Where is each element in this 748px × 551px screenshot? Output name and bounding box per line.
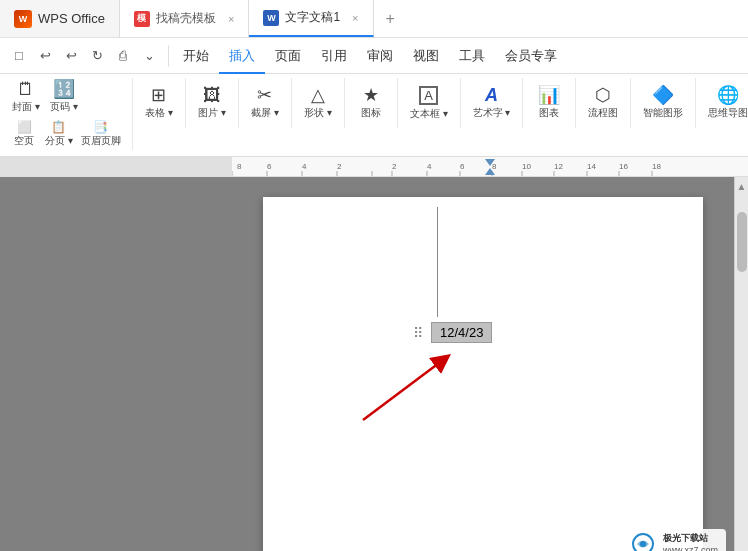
ribbon-group-icons: ★ 图标 xyxy=(353,78,398,128)
menu-shitu[interactable]: 视图 xyxy=(403,38,449,74)
mindmap-icon: 🌐 xyxy=(717,86,739,104)
svg-text:2: 2 xyxy=(337,162,342,171)
fenye-button[interactable]: 📋 分页 ▾ xyxy=(42,118,76,150)
undo2-icon[interactable]: ↩ xyxy=(60,45,82,67)
menu-yemian[interactable]: 页面 xyxy=(265,38,311,74)
tubiao-icon: ★ xyxy=(363,86,379,104)
yeyejiaoye-icon: 📑 xyxy=(93,120,108,134)
xingzhuang-icon: △ xyxy=(311,86,325,104)
quick-access-toolbar: □ ↩ ↩ ↻ ⎙ ⌄ xyxy=(8,45,169,67)
moban-label: 找稿壳模板 xyxy=(156,10,216,27)
print-icon[interactable]: ⎙ xyxy=(112,45,134,67)
svg-line-27 xyxy=(363,360,443,420)
menu-kaishi[interactable]: 开始 xyxy=(173,38,219,74)
wenzigao-close[interactable]: × xyxy=(352,12,358,24)
ribbon-row: 🗒 封面 ▾ 🔢 页码 ▾ ⬜ 空页 📋 分页 ▾ 📑 xyxy=(8,78,740,150)
yema-icon: 🔢 xyxy=(53,80,75,98)
svg-text:12: 12 xyxy=(554,162,563,171)
menu-gongju[interactable]: 工具 xyxy=(449,38,495,74)
menu-shenyue[interactable]: 审阅 xyxy=(357,38,403,74)
ribbon-group-chart: 📊 图表 xyxy=(531,78,576,128)
ruler-area: 8 6 4 2 2 4 6 8 10 12 14 16 18 xyxy=(0,157,748,177)
menu-yinyong[interactable]: 引用 xyxy=(311,38,357,74)
moban-close[interactable]: × xyxy=(228,13,234,25)
menu-charu[interactable]: 插入 xyxy=(219,38,265,74)
ribbon-group-arttext: A 艺术字 ▾ xyxy=(469,78,524,128)
ribbon-group-flow: ⬡ 流程图 xyxy=(584,78,631,128)
ribbon-group-page: 🗒 封面 ▾ 🔢 页码 ▾ ⬜ 空页 📋 分页 ▾ 📑 xyxy=(8,78,133,150)
svg-text:10: 10 xyxy=(522,162,531,171)
fenye-icon: 📋 xyxy=(51,120,66,134)
wenzigao-label: 文字文稿1 xyxy=(285,9,340,26)
xingzhuang-button[interactable]: △ 形状 ▾ xyxy=(300,78,336,128)
drag-handle-icon: ⠿ xyxy=(413,325,423,341)
red-arrow-svg xyxy=(333,345,473,425)
watermark-brand: 极光下载站 xyxy=(663,532,718,545)
tupian-button[interactable]: 🖼 图片 ▾ xyxy=(194,78,230,128)
menu-huiyuan[interactable]: 会员专享 xyxy=(495,38,567,74)
fengmian-label: 封面 ▾ xyxy=(12,100,40,114)
main-area: ⠿ 12/4/23 xyxy=(0,177,748,551)
tab-moban[interactable]: 模 找稿壳模板 × xyxy=(120,0,249,37)
yishuz-button[interactable]: A 艺术字 ▾ xyxy=(469,78,515,128)
zhinengtu-button[interactable]: 🔷 智能图形 xyxy=(639,78,687,128)
svg-text:4: 4 xyxy=(427,162,432,171)
yeyejiaoye-button[interactable]: 📑 页眉页脚 xyxy=(78,118,124,150)
scrollbar-thumb[interactable] xyxy=(737,212,747,272)
jieping-button[interactable]: ✂ 截屏 ▾ xyxy=(247,78,283,128)
svg-text:16: 16 xyxy=(619,162,628,171)
undo-icon[interactable]: ↩ xyxy=(34,45,56,67)
yishuz-icon: A xyxy=(485,86,498,104)
ribbon-group-screenshot: ✂ 截屏 ▾ xyxy=(247,78,292,128)
svg-text:6: 6 xyxy=(267,162,272,171)
svg-text:18: 18 xyxy=(652,162,661,171)
svg-text:2: 2 xyxy=(392,162,397,171)
chart-icon: 📊 xyxy=(538,86,560,104)
title-bar: W WPS Office 模 找稿壳模板 × W 文字文稿1 × + xyxy=(0,0,748,38)
kongye-icon: ⬜ xyxy=(17,120,32,134)
wenbenk-button[interactable]: A 文本框 ▾ xyxy=(406,78,452,128)
biaoge-button[interactable]: ⊞ 表格 ▾ xyxy=(141,78,177,128)
doc-area[interactable]: ⠿ 12/4/23 xyxy=(232,177,734,551)
ribbon-group-mindmap: 🌐 思维导图 xyxy=(704,78,748,128)
menu-bar: □ ↩ ↩ ↻ ⎙ ⌄ 开始 插入 页面 引用 审阅 视图 工具 会员专享 xyxy=(0,38,748,74)
moban-icon: 模 xyxy=(134,11,150,27)
arrow-icon[interactable]: ⌄ xyxy=(138,45,160,67)
scroll-up-icon[interactable]: ▲ xyxy=(737,181,747,192)
ruler-bottom-triangle xyxy=(485,168,495,175)
yema-button[interactable]: 🔢 页码 ▾ xyxy=(46,78,82,116)
svg-point-29 xyxy=(640,541,646,547)
fengmian-button[interactable]: 🗒 封面 ▾ xyxy=(8,78,44,116)
doc-page: ⠿ 12/4/23 xyxy=(263,197,703,551)
yema-label: 页码 ▾ xyxy=(50,100,78,114)
cursor-line xyxy=(437,207,438,317)
fengmian-icon: 🗒 xyxy=(17,80,35,98)
tubiao-button[interactable]: ★ 图标 xyxy=(353,78,389,128)
biaoge-icon: ⊞ xyxy=(151,86,166,104)
liuchengtu-button[interactable]: ⬡ 流程图 xyxy=(584,78,622,128)
flow-icon: ⬡ xyxy=(595,86,611,104)
date-field-wrapper: ⠿ 12/4/23 xyxy=(413,322,492,343)
ribbon-group-image: 🖼 图片 ▾ xyxy=(194,78,239,128)
tab-wenzigao[interactable]: W 文字文稿1 × xyxy=(249,0,373,37)
svg-text:4: 4 xyxy=(302,162,307,171)
wenzigao-icon: W xyxy=(263,10,279,26)
tubiao2-button[interactable]: 📊 图表 xyxy=(531,78,567,128)
wps-logo-tab[interactable]: W WPS Office xyxy=(0,0,120,37)
red-arrow-container xyxy=(333,345,473,428)
ribbon-group-shape: △ 形状 ▾ xyxy=(300,78,345,128)
watermark-site: www.xz7.com xyxy=(663,545,718,551)
siweidaotu-button[interactable]: 🌐 思维导图 xyxy=(704,78,748,128)
redo-icon[interactable]: ↻ xyxy=(86,45,108,67)
svg-text:8: 8 xyxy=(237,162,242,171)
right-scrollbar[interactable]: ▲ ▼ xyxy=(734,177,748,551)
ribbon-group-table: ⊞ 表格 ▾ xyxy=(141,78,186,128)
ribbon: 🗒 封面 ▾ 🔢 页码 ▾ ⬜ 空页 📋 分页 ▾ 📑 xyxy=(0,74,748,157)
kongye-button[interactable]: ⬜ 空页 xyxy=(8,118,40,150)
save-icon[interactable]: □ xyxy=(8,45,30,67)
date-field[interactable]: 12/4/23 xyxy=(431,322,492,343)
watermark-logo xyxy=(629,533,657,552)
wps-logo-icon: W xyxy=(14,10,32,28)
add-tab-button[interactable]: + xyxy=(374,0,407,38)
ruler-main: 8 6 4 2 2 4 6 8 10 12 14 16 18 xyxy=(232,157,748,176)
